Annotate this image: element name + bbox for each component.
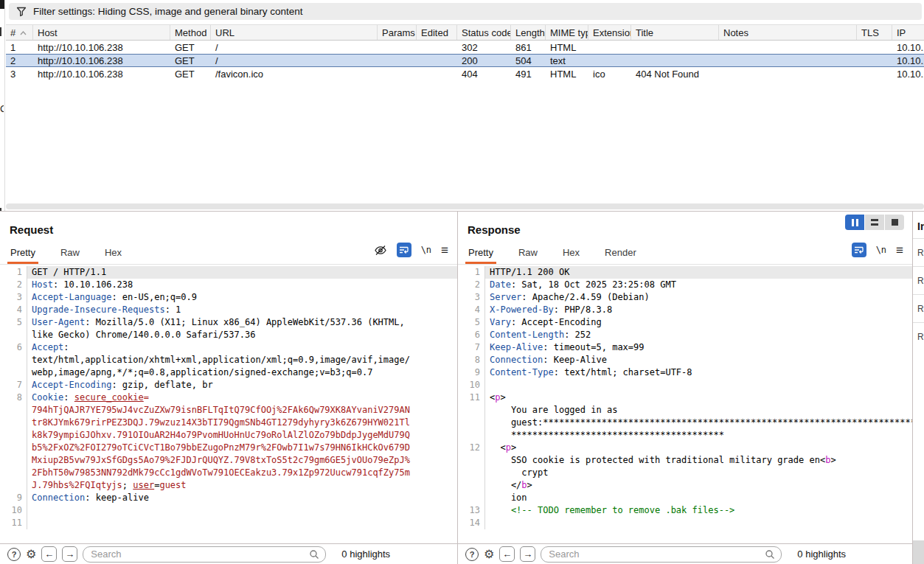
inspector-item[interactable]: Re	[913, 294, 924, 322]
code-text: </b>	[485, 479, 912, 492]
code-text: Date: Sat, 18 Oct 2025 23:25:08 GMT	[485, 279, 912, 291]
column-header-params[interactable]: Params	[378, 25, 417, 40]
code-text: Connection: Keep-Alive	[485, 354, 912, 366]
line-number: 8	[0, 391, 27, 404]
code-line: Mxiup2B5vw79JxSfGDgs5Ao79%2FJDJrQUQYZ.79…	[0, 454, 457, 467]
code-text: Keep-Alive: timeout=5, max=99	[485, 341, 912, 354]
tab-pretty[interactable]: Pretty	[7, 244, 38, 264]
line-number: 13	[458, 504, 485, 517]
column-header-status[interactable]: Status code	[457, 25, 511, 40]
cropped-left-glyph	[0, 27, 1, 36]
cropped-left-glyph: C	[0, 103, 4, 114]
column-header-tls[interactable]: TLS	[857, 25, 892, 40]
show-newlines-icon[interactable]: \n	[876, 245, 886, 255]
layout-single-button[interactable]	[885, 215, 904, 230]
code-line: 4X-Powered-By: PHP/8.3.8	[458, 304, 912, 316]
column-header-mime[interactable]: MIME type	[546, 25, 588, 40]
line-number: 5	[0, 316, 27, 329]
inspector-item[interactable]: Re	[913, 266, 924, 294]
table-row[interactable]: 2http://10.10.106.238GET/200504text10.10…	[6, 54, 924, 67]
layout-columns-button[interactable]	[845, 215, 864, 230]
line-number	[458, 492, 485, 504]
code-text: SSO cookie is protected with traditional…	[485, 454, 912, 467]
column-header-url[interactable]: URL	[211, 25, 378, 40]
line-number	[0, 429, 27, 442]
inspector-items: ReReReRe	[913, 238, 924, 350]
code-text: Content-Type: text/html; charset=UTF-8	[485, 366, 912, 379]
code-line: 10	[458, 379, 912, 391]
tab-render[interactable]: Render	[602, 244, 639, 264]
tab-raw[interactable]: Raw	[515, 244, 541, 264]
code-text: GET / HTTP/1.1	[27, 266, 457, 279]
line-number: 5	[458, 316, 485, 329]
search-settings-gear-icon[interactable]: ⚙	[26, 549, 36, 560]
code-text	[27, 504, 457, 517]
help-icon[interactable]: ?	[7, 548, 21, 561]
tab-hex[interactable]: Hex	[560, 244, 583, 264]
code-line: text/html,application/xhtml+xml,applicat…	[0, 354, 457, 366]
column-header-ip[interactable]: IP	[892, 25, 924, 40]
code-line: 2Host: 10.10.106.238	[0, 279, 457, 291]
line-number: 6	[0, 341, 27, 354]
next-match-button[interactable]: →	[520, 546, 535, 562]
response-editor[interactable]: 1HTTP/1.1 200 OK2Date: Sat, 18 Oct 2025 …	[458, 264, 912, 543]
column-header-length[interactable]: Length	[511, 25, 546, 40]
line-number: 11	[458, 391, 485, 404]
help-icon[interactable]: ?	[465, 548, 479, 561]
previous-match-button[interactable]: ←	[41, 546, 57, 562]
inspector-bottom-strip	[913, 540, 924, 564]
tab-raw[interactable]: Raw	[58, 244, 83, 264]
line-number: 9	[0, 492, 27, 504]
tab-pretty[interactable]: Pretty	[465, 244, 496, 264]
code-text: Accept:	[27, 341, 457, 354]
code-text	[27, 517, 457, 529]
line-number	[0, 454, 27, 467]
column-header-notes[interactable]: Notes	[719, 25, 857, 40]
code-line: tr8KJYmk679rirPEZ3DQJ.79wzuz14X3bTI79Qgm…	[0, 417, 457, 429]
response-search-input[interactable]	[547, 548, 765, 560]
code-line: 13 <!-- TODO remember to remove .bak fil…	[458, 504, 912, 517]
filter-settings-bar[interactable]: Filter settings: Hiding CSS, image and g…	[9, 3, 922, 20]
column-header-title[interactable]: Title	[631, 25, 719, 40]
response-tabs: PrettyRawHexRender	[465, 244, 639, 264]
code-line: 9Connection: keep-alive	[0, 492, 457, 504]
code-text: k8k79ympiGJOhxv.791OIOuAR2H4o79PvomHUoHn…	[27, 429, 457, 442]
column-header-edited[interactable]: Edited	[417, 25, 457, 40]
filter-funnel-icon	[16, 7, 27, 17]
response-search-field	[541, 546, 782, 563]
cell-mime: HTML	[546, 42, 588, 53]
inspector-item[interactable]: Re	[913, 238, 924, 266]
next-match-button[interactable]: →	[62, 546, 77, 562]
code-text	[485, 379, 912, 391]
code-text: Accept-Encoding: gzip, deflate, br	[27, 379, 457, 391]
code-line: 1HTTP/1.1 200 OK	[458, 266, 912, 279]
hide-content-icon[interactable]	[374, 245, 387, 256]
table-row[interactable]: 3http://10.10.106.238GET/favicon.ico4044…	[6, 67, 924, 80]
code-text: J.79hbs%2FQIqtyjs; user=guest	[27, 479, 457, 492]
code-text: Cookie: secure_cookie=	[27, 391, 457, 404]
word-wrap-icon[interactable]	[397, 243, 411, 257]
inspector-item[interactable]: Re	[913, 322, 924, 350]
show-newlines-icon[interactable]: \n	[421, 245, 431, 255]
word-wrap-icon[interactable]	[852, 243, 866, 257]
line-number: 6	[458, 329, 485, 341]
tab-hex[interactable]: Hex	[102, 244, 125, 264]
code-line: 6Accept:	[0, 341, 457, 354]
editor-menu-icon[interactable]: ≡	[896, 244, 903, 257]
request-search-input[interactable]	[89, 548, 309, 560]
request-editor[interactable]: 1GET / HTTP/1.12Host: 10.10.106.2383Acce…	[0, 264, 457, 543]
previous-match-button[interactable]: ←	[499, 546, 515, 562]
column-header-ext[interactable]: Extension	[588, 25, 631, 40]
horizontal-scrollbar[interactable]	[6, 203, 924, 209]
layout-stacked-button[interactable]	[865, 215, 884, 230]
column-header-method[interactable]: Method	[170, 25, 211, 40]
editor-menu-icon[interactable]: ≡	[441, 244, 448, 257]
table-row[interactable]: 1http://10.10.106.238GET/302861HTML10.10…	[6, 41, 924, 54]
column-header-num[interactable]: #	[6, 25, 33, 40]
cell-status: 404	[457, 69, 511, 80]
code-text: <p>	[485, 391, 912, 404]
column-header-host[interactable]: Host	[33, 25, 170, 40]
search-settings-gear-icon[interactable]: ⚙	[484, 549, 494, 560]
code-text: Server: Apache/2.4.59 (Debian)	[485, 291, 912, 304]
code-text: Accept-Language: en-US,en;q=0.9	[27, 291, 457, 304]
